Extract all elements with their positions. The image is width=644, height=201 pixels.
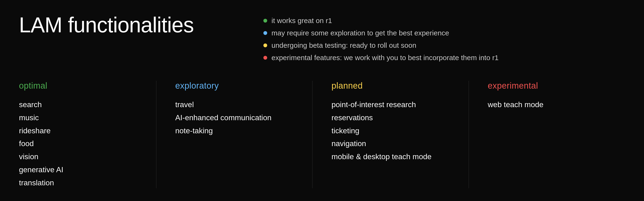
column-planned: plannedpoint-of-interest researchreserva… [312,81,469,188]
legend-text: may require some exploration to get the … [272,29,449,37]
column-items-exploratory: travelAI-enhanced communicationnote-taki… [175,99,303,136]
column-items-optimal: searchmusicridesharefoodvisiongenerative… [19,99,147,188]
column-header-optimal: optimal [19,81,147,91]
list-item: search [19,99,147,110]
list-item: navigation [332,138,460,149]
legend: it works great on r1may require some exp… [264,17,498,62]
legend-text: it works great on r1 [272,17,332,25]
list-item: food [19,138,147,149]
list-item: web teach mode [488,99,616,110]
column-header-experimental: experimental [488,81,616,91]
legend-dot-red [264,56,267,60]
legend-dot-yellow [264,44,267,47]
legend-dot-blue [264,31,267,35]
column-exploratory: exploratorytravelAI-enhanced communicati… [156,81,313,188]
legend-text: undergoing beta testing: ready to roll o… [272,41,416,49]
list-item: rideshare [19,125,147,136]
page-container: LAM functionalities it works great on r1… [0,0,644,201]
legend-dot-green [264,19,267,23]
legend-item: undergoing beta testing: ready to roll o… [264,41,498,49]
list-item: generative AI [19,164,147,175]
column-optimal: optimalsearchmusicridesharefoodvisiongen… [19,81,156,188]
list-item: AI-enhanced communication [175,112,303,123]
column-items-planned: point-of-interest researchreservationsti… [332,99,460,162]
list-item: travel [175,99,303,110]
list-item: mobile & desktop teach mode [332,151,460,162]
page-title: LAM functionalities [19,14,197,36]
columns-section: optimalsearchmusicridesharefoodvisiongen… [19,81,625,188]
legend-item: it works great on r1 [264,17,498,25]
list-item: point-of-interest research [332,99,460,110]
column-header-exploratory: exploratory [175,81,303,91]
column-header-planned: planned [332,81,460,91]
list-item: vision [19,151,147,162]
list-item: music [19,112,147,123]
legend-text: experimental features: we work with you … [272,54,498,62]
top-section: LAM functionalities it works great on r1… [19,14,625,62]
list-item: reservations [332,112,460,123]
legend-item: may require some exploration to get the … [264,29,498,37]
list-item: note-taking [175,125,303,136]
list-item: translation [19,177,147,188]
column-experimental: experimentalweb teach mode [469,81,625,188]
legend-item: experimental features: we work with you … [264,54,498,62]
column-items-experimental: web teach mode [488,99,616,110]
list-item: ticketing [332,125,460,136]
